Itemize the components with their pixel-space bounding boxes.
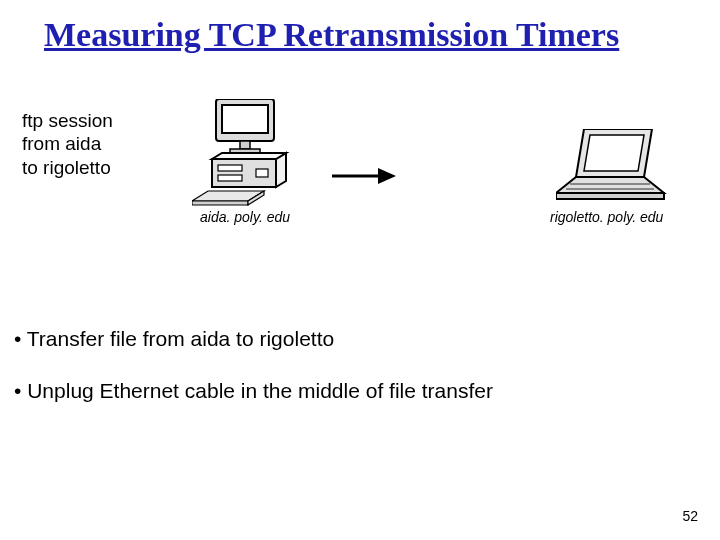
svg-rect-1	[222, 105, 268, 133]
svg-rect-8	[218, 175, 242, 181]
svg-marker-11	[192, 201, 248, 205]
svg-marker-17	[556, 177, 664, 193]
laptop-icon	[556, 129, 668, 207]
bullet-list: • Transfer file from aida to rigoletto •…	[14, 327, 720, 403]
diagram-area: ftp session from aida to rigoletto	[0, 87, 720, 257]
svg-marker-16	[584, 135, 644, 171]
bullet-2: • Unplug Ethernet cable in the middle of…	[14, 379, 720, 403]
session-text: ftp session from aida to rigoletto	[22, 109, 113, 180]
page-title: Measuring TCP Retransmission Timers	[44, 14, 644, 57]
bullet-1: • Transfer file from aida to rigoletto	[14, 327, 720, 351]
svg-marker-14	[378, 168, 396, 184]
rigoletto-host-label: rigoletto. poly. edu	[550, 209, 663, 225]
aida-host-label: aida. poly. edu	[200, 209, 290, 225]
page-number: 52	[682, 508, 698, 524]
svg-rect-2	[240, 141, 250, 149]
desktop-computer-icon	[192, 99, 296, 209]
svg-rect-7	[218, 165, 242, 171]
arrow-right-icon	[330, 165, 400, 187]
svg-marker-6	[212, 153, 286, 159]
svg-marker-18	[556, 193, 664, 199]
svg-rect-9	[256, 169, 268, 177]
